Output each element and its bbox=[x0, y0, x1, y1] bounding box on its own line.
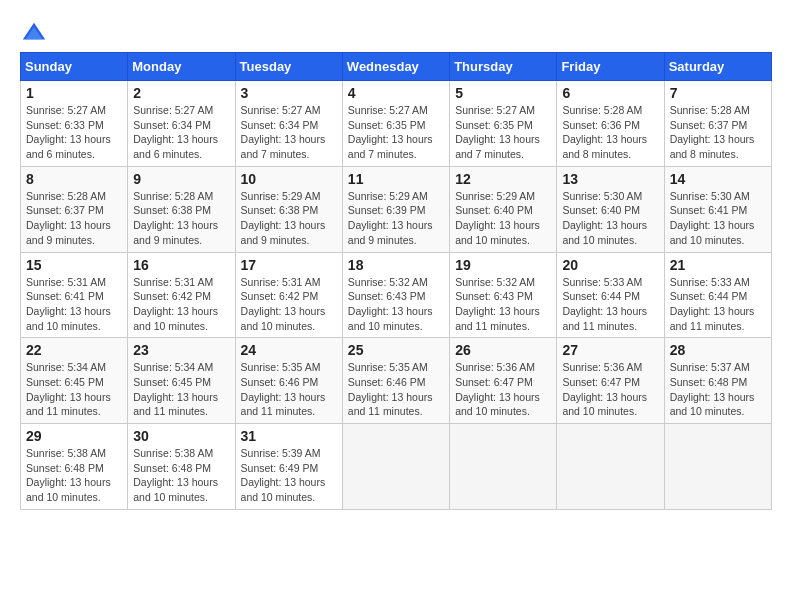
day-info: Sunrise: 5:30 AMSunset: 6:41 PMDaylight:… bbox=[670, 189, 766, 248]
day-info: Sunrise: 5:35 AMSunset: 6:46 PMDaylight:… bbox=[348, 360, 444, 419]
day-info: Sunrise: 5:34 AMSunset: 6:45 PMDaylight:… bbox=[133, 360, 229, 419]
day-number: 13 bbox=[562, 171, 658, 187]
calendar-week-row: 15Sunrise: 5:31 AMSunset: 6:41 PMDayligh… bbox=[21, 252, 772, 338]
day-number: 7 bbox=[670, 85, 766, 101]
calendar-week-row: 29Sunrise: 5:38 AMSunset: 6:48 PMDayligh… bbox=[21, 424, 772, 510]
day-info: Sunrise: 5:32 AMSunset: 6:43 PMDaylight:… bbox=[455, 275, 551, 334]
day-info: Sunrise: 5:31 AMSunset: 6:41 PMDaylight:… bbox=[26, 275, 122, 334]
calendar-header-row: SundayMondayTuesdayWednesdayThursdayFrid… bbox=[21, 53, 772, 81]
calendar-day-cell: 9Sunrise: 5:28 AMSunset: 6:38 PMDaylight… bbox=[128, 166, 235, 252]
day-info: Sunrise: 5:31 AMSunset: 6:42 PMDaylight:… bbox=[133, 275, 229, 334]
calendar-day-cell: 28Sunrise: 5:37 AMSunset: 6:48 PMDayligh… bbox=[664, 338, 771, 424]
day-info: Sunrise: 5:29 AMSunset: 6:40 PMDaylight:… bbox=[455, 189, 551, 248]
day-info: Sunrise: 5:38 AMSunset: 6:48 PMDaylight:… bbox=[26, 446, 122, 505]
day-number: 12 bbox=[455, 171, 551, 187]
day-info: Sunrise: 5:27 AMSunset: 6:35 PMDaylight:… bbox=[348, 103, 444, 162]
logo bbox=[20, 20, 52, 48]
calendar-day-cell: 31Sunrise: 5:39 AMSunset: 6:49 PMDayligh… bbox=[235, 424, 342, 510]
calendar-day-cell: 14Sunrise: 5:30 AMSunset: 6:41 PMDayligh… bbox=[664, 166, 771, 252]
day-number: 25 bbox=[348, 342, 444, 358]
day-info: Sunrise: 5:28 AMSunset: 6:38 PMDaylight:… bbox=[133, 189, 229, 248]
day-number: 2 bbox=[133, 85, 229, 101]
calendar-day-cell: 25Sunrise: 5:35 AMSunset: 6:46 PMDayligh… bbox=[342, 338, 449, 424]
calendar-day-cell: 29Sunrise: 5:38 AMSunset: 6:48 PMDayligh… bbox=[21, 424, 128, 510]
day-info: Sunrise: 5:27 AMSunset: 6:33 PMDaylight:… bbox=[26, 103, 122, 162]
calendar-day-cell: 2Sunrise: 5:27 AMSunset: 6:34 PMDaylight… bbox=[128, 81, 235, 167]
calendar-day-cell: 20Sunrise: 5:33 AMSunset: 6:44 PMDayligh… bbox=[557, 252, 664, 338]
day-info: Sunrise: 5:27 AMSunset: 6:35 PMDaylight:… bbox=[455, 103, 551, 162]
calendar-day-cell: 4Sunrise: 5:27 AMSunset: 6:35 PMDaylight… bbox=[342, 81, 449, 167]
day-info: Sunrise: 5:30 AMSunset: 6:40 PMDaylight:… bbox=[562, 189, 658, 248]
day-number: 22 bbox=[26, 342, 122, 358]
calendar-day-cell: 22Sunrise: 5:34 AMSunset: 6:45 PMDayligh… bbox=[21, 338, 128, 424]
day-info: Sunrise: 5:28 AMSunset: 6:37 PMDaylight:… bbox=[670, 103, 766, 162]
calendar-day-cell: 30Sunrise: 5:38 AMSunset: 6:48 PMDayligh… bbox=[128, 424, 235, 510]
day-of-week-header: Thursday bbox=[450, 53, 557, 81]
calendar-day-cell: 24Sunrise: 5:35 AMSunset: 6:46 PMDayligh… bbox=[235, 338, 342, 424]
calendar-day-cell bbox=[450, 424, 557, 510]
day-number: 29 bbox=[26, 428, 122, 444]
day-info: Sunrise: 5:39 AMSunset: 6:49 PMDaylight:… bbox=[241, 446, 337, 505]
day-number: 17 bbox=[241, 257, 337, 273]
calendar-week-row: 8Sunrise: 5:28 AMSunset: 6:37 PMDaylight… bbox=[21, 166, 772, 252]
calendar-table: SundayMondayTuesdayWednesdayThursdayFrid… bbox=[20, 52, 772, 510]
page-header bbox=[20, 20, 772, 48]
day-info: Sunrise: 5:37 AMSunset: 6:48 PMDaylight:… bbox=[670, 360, 766, 419]
calendar-day-cell: 17Sunrise: 5:31 AMSunset: 6:42 PMDayligh… bbox=[235, 252, 342, 338]
day-info: Sunrise: 5:32 AMSunset: 6:43 PMDaylight:… bbox=[348, 275, 444, 334]
calendar-day-cell: 3Sunrise: 5:27 AMSunset: 6:34 PMDaylight… bbox=[235, 81, 342, 167]
day-info: Sunrise: 5:29 AMSunset: 6:39 PMDaylight:… bbox=[348, 189, 444, 248]
day-number: 8 bbox=[26, 171, 122, 187]
day-number: 30 bbox=[133, 428, 229, 444]
day-number: 21 bbox=[670, 257, 766, 273]
calendar-day-cell: 26Sunrise: 5:36 AMSunset: 6:47 PMDayligh… bbox=[450, 338, 557, 424]
day-info: Sunrise: 5:27 AMSunset: 6:34 PMDaylight:… bbox=[241, 103, 337, 162]
calendar-day-cell: 16Sunrise: 5:31 AMSunset: 6:42 PMDayligh… bbox=[128, 252, 235, 338]
day-number: 19 bbox=[455, 257, 551, 273]
day-of-week-header: Saturday bbox=[664, 53, 771, 81]
day-number: 18 bbox=[348, 257, 444, 273]
calendar-day-cell: 13Sunrise: 5:30 AMSunset: 6:40 PMDayligh… bbox=[557, 166, 664, 252]
day-number: 20 bbox=[562, 257, 658, 273]
day-info: Sunrise: 5:31 AMSunset: 6:42 PMDaylight:… bbox=[241, 275, 337, 334]
day-of-week-header: Sunday bbox=[21, 53, 128, 81]
calendar-day-cell bbox=[557, 424, 664, 510]
calendar-day-cell: 11Sunrise: 5:29 AMSunset: 6:39 PMDayligh… bbox=[342, 166, 449, 252]
day-of-week-header: Wednesday bbox=[342, 53, 449, 81]
day-number: 27 bbox=[562, 342, 658, 358]
day-number: 6 bbox=[562, 85, 658, 101]
day-info: Sunrise: 5:28 AMSunset: 6:36 PMDaylight:… bbox=[562, 103, 658, 162]
calendar-week-row: 1Sunrise: 5:27 AMSunset: 6:33 PMDaylight… bbox=[21, 81, 772, 167]
calendar-week-row: 22Sunrise: 5:34 AMSunset: 6:45 PMDayligh… bbox=[21, 338, 772, 424]
day-number: 28 bbox=[670, 342, 766, 358]
day-number: 31 bbox=[241, 428, 337, 444]
calendar-day-cell: 27Sunrise: 5:36 AMSunset: 6:47 PMDayligh… bbox=[557, 338, 664, 424]
day-number: 14 bbox=[670, 171, 766, 187]
day-info: Sunrise: 5:33 AMSunset: 6:44 PMDaylight:… bbox=[670, 275, 766, 334]
day-of-week-header: Monday bbox=[128, 53, 235, 81]
day-info: Sunrise: 5:28 AMSunset: 6:37 PMDaylight:… bbox=[26, 189, 122, 248]
day-of-week-header: Friday bbox=[557, 53, 664, 81]
calendar-day-cell bbox=[342, 424, 449, 510]
day-number: 9 bbox=[133, 171, 229, 187]
calendar-day-cell: 21Sunrise: 5:33 AMSunset: 6:44 PMDayligh… bbox=[664, 252, 771, 338]
day-number: 10 bbox=[241, 171, 337, 187]
calendar-day-cell: 10Sunrise: 5:29 AMSunset: 6:38 PMDayligh… bbox=[235, 166, 342, 252]
day-info: Sunrise: 5:36 AMSunset: 6:47 PMDaylight:… bbox=[455, 360, 551, 419]
day-number: 23 bbox=[133, 342, 229, 358]
day-number: 15 bbox=[26, 257, 122, 273]
day-number: 11 bbox=[348, 171, 444, 187]
day-info: Sunrise: 5:35 AMSunset: 6:46 PMDaylight:… bbox=[241, 360, 337, 419]
calendar-day-cell: 8Sunrise: 5:28 AMSunset: 6:37 PMDaylight… bbox=[21, 166, 128, 252]
day-info: Sunrise: 5:36 AMSunset: 6:47 PMDaylight:… bbox=[562, 360, 658, 419]
calendar-day-cell: 15Sunrise: 5:31 AMSunset: 6:41 PMDayligh… bbox=[21, 252, 128, 338]
calendar-day-cell: 12Sunrise: 5:29 AMSunset: 6:40 PMDayligh… bbox=[450, 166, 557, 252]
day-info: Sunrise: 5:33 AMSunset: 6:44 PMDaylight:… bbox=[562, 275, 658, 334]
calendar-day-cell: 18Sunrise: 5:32 AMSunset: 6:43 PMDayligh… bbox=[342, 252, 449, 338]
calendar-day-cell: 5Sunrise: 5:27 AMSunset: 6:35 PMDaylight… bbox=[450, 81, 557, 167]
calendar-day-cell: 23Sunrise: 5:34 AMSunset: 6:45 PMDayligh… bbox=[128, 338, 235, 424]
calendar-day-cell: 6Sunrise: 5:28 AMSunset: 6:36 PMDaylight… bbox=[557, 81, 664, 167]
day-info: Sunrise: 5:38 AMSunset: 6:48 PMDaylight:… bbox=[133, 446, 229, 505]
day-number: 4 bbox=[348, 85, 444, 101]
day-number: 24 bbox=[241, 342, 337, 358]
